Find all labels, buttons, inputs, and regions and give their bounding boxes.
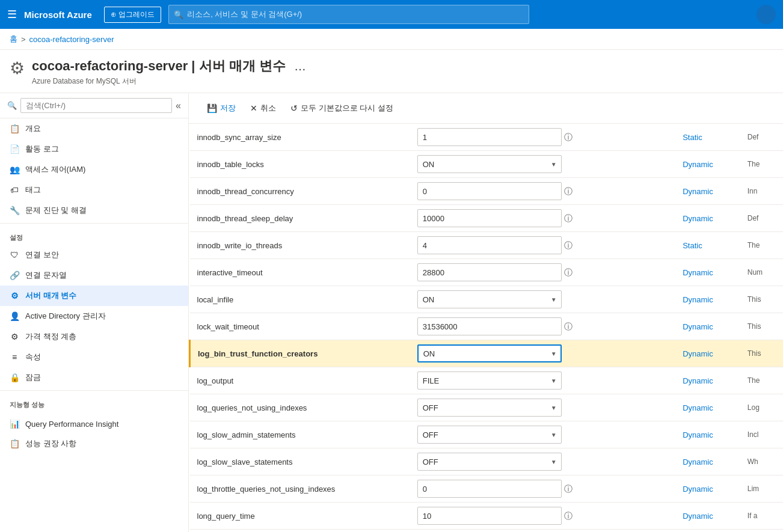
param-type: Static — [675, 124, 740, 151]
breadcrumb-separator: > — [21, 35, 26, 44]
pricing-icon: ⚙ — [10, 332, 19, 341]
param-value-select[interactable]: FILETABLENONE — [417, 371, 562, 390]
parameters-table: innodb_sync_array_sizeⓘStaticDefinnodb_t… — [189, 124, 783, 532]
table-row: log_queries_not_using_indexesONOFF▼Dynam… — [190, 394, 784, 421]
more-options-button[interactable]: … — [294, 60, 306, 73]
param-info-icon[interactable]: ⓘ — [564, 322, 573, 331]
param-name: lower_case_table_names — [190, 530, 410, 533]
sidebar-item-diagnose[interactable]: 🔧 문제 진단 및 해결 — [0, 200, 188, 221]
param-type: Dynamic — [675, 286, 740, 313]
sidebar-item-label: 활동 로그 — [25, 144, 59, 154]
param-value-select[interactable]: ONOFF — [417, 399, 562, 417]
activity-log-icon: 📄 — [10, 144, 19, 154]
param-value-select[interactable]: ONOFF — [417, 155, 562, 173]
search-placeholder-text: 리소스, 서비스 및 문서 검색(G+/) — [187, 9, 302, 20]
sidebar-item-properties[interactable]: ≡ 속성 — [0, 347, 188, 367]
param-info-icon[interactable]: ⓘ — [564, 186, 573, 196]
hamburger-menu[interactable]: ☰ — [7, 8, 17, 21]
param-description: If a — [740, 503, 783, 530]
save-button[interactable]: 💾 저장 — [201, 99, 242, 117]
param-type: Dynamic — [675, 151, 740, 178]
iam-icon: 👥 — [10, 165, 19, 174]
sidebar-item-pricing[interactable]: ⚙ 가격 책정 계층 — [0, 326, 188, 347]
sidebar-item-locks[interactable]: 🔒 잠금 — [0, 367, 188, 388]
cancel-button[interactable]: ✕ 취소 — [244, 99, 282, 117]
param-value-select[interactable]: ONOFF — [417, 290, 562, 308]
param-description: Inn — [740, 178, 783, 205]
sidebar-item-label: 연결 문자열 — [25, 270, 67, 281]
param-info-icon[interactable]: ⓘ — [564, 213, 573, 223]
connection-string-icon: 🔗 — [10, 271, 19, 280]
param-description: This — [740, 286, 783, 313]
intelligent-section-label: 지능형 성능 — [0, 393, 188, 412]
param-name: innodb_thread_concurrency — [190, 178, 410, 205]
table-row: innodb_table_locksONOFF▼DynamicThe — [190, 151, 784, 178]
sidebar-item-active-directory[interactable]: 👤 Active Directory 관리자 — [0, 306, 188, 326]
param-value-select[interactable]: ONOFF — [417, 426, 562, 444]
param-info-icon[interactable]: ⓘ — [564, 511, 573, 521]
perf-recs-icon: 📋 — [10, 439, 19, 448]
table-row: interactive_timeoutⓘDynamicNum — [190, 259, 784, 286]
param-info-icon[interactable]: ⓘ — [564, 240, 573, 250]
param-value-input[interactable] — [417, 182, 562, 200]
server-gear-icon: ⚙ — [10, 58, 25, 78]
param-value-input[interactable] — [417, 263, 562, 281]
param-value-input[interactable] — [417, 317, 562, 335]
param-type: Dynamic — [675, 259, 740, 286]
table-row: innodb_thread_concurrencyⓘDynamicInn — [190, 178, 784, 205]
sidebar-item-overview[interactable]: 📋 개요 — [0, 118, 188, 139]
sidebar-item-activity-log[interactable]: 📄 활동 로그 — [0, 139, 188, 159]
page-subtitle: Azure Database for MySQL 서버 — [32, 76, 306, 87]
tags-icon: 🏷 — [10, 185, 19, 195]
param-value-select[interactable]: ONOFF — [417, 344, 562, 362]
sidebar-item-iam[interactable]: 👥 액세스 제어(IAM) — [0, 159, 188, 180]
param-value-input[interactable] — [417, 209, 562, 227]
param-name: innodb_thread_sleep_delay — [190, 205, 410, 232]
content-area: 💾 저장 ✕ 취소 ↺ 모두 기본값으로 다시 설정 innodb_sync_a… — [189, 93, 783, 532]
param-info-icon[interactable]: ⓘ — [564, 132, 573, 142]
param-info-icon[interactable]: ⓘ — [564, 484, 573, 494]
param-value-select[interactable]: ONOFF — [417, 453, 562, 471]
sidebar-item-tags[interactable]: 🏷 태그 — [0, 180, 188, 200]
sidebar-item-label: 속성 — [25, 352, 41, 362]
table-row: log_throttle_queries_not_using_indexesⓘD… — [190, 475, 784, 503]
param-value-input[interactable] — [417, 128, 562, 146]
table-row: innodb_thread_sleep_delayⓘDynamicDef — [190, 205, 784, 232]
settings-section-label: 설정 — [0, 226, 188, 245]
upgrade-button[interactable]: ⊕ 업그레이드 — [104, 7, 161, 23]
toolbar: 💾 저장 ✕ 취소 ↺ 모두 기본값으로 다시 설정 — [189, 93, 783, 124]
param-value-input[interactable] — [417, 236, 562, 254]
sidebar-item-perf-recs[interactable]: 📋 성능 권장 사항 — [0, 433, 188, 454]
breadcrumb-home[interactable]: 홈 — [10, 34, 17, 44]
query-perf-icon: 📊 — [10, 419, 19, 429]
sidebar-collapse-button[interactable]: « — [176, 100, 181, 111]
param-description: Wh — [740, 448, 783, 475]
table-row: log_outputFILETABLENONE▼DynamicThe — [190, 367, 784, 394]
param-description: Def — [740, 205, 783, 232]
reset-button[interactable]: ↺ 모두 기본값으로 다시 설정 — [284, 99, 399, 117]
table-row: long_query_timeⓘDynamicIf a — [190, 503, 784, 530]
param-description: The — [740, 151, 783, 178]
param-name: innodb_table_locks — [190, 151, 410, 178]
table-row: innodb_write_io_threadsⓘStaticThe — [190, 232, 784, 259]
param-value-input[interactable] — [417, 480, 562, 498]
top-navigation: ☰ Microsoft Azure ⊕ 업그레이드 🔍 리소스, 서비스 및 문… — [0, 0, 783, 29]
breadcrumb-server[interactable]: cocoa-refactoring-server — [29, 35, 114, 44]
param-description: Log — [740, 394, 783, 421]
param-description: If se — [740, 530, 783, 533]
sidebar-item-query-perf[interactable]: 📊 Query Performance Insight — [0, 414, 188, 433]
param-info-icon[interactable]: ⓘ — [564, 268, 573, 277]
sidebar-item-label: 개요 — [25, 123, 41, 134]
param-type: Static — [675, 232, 740, 259]
param-name: lock_wait_timeout — [190, 313, 410, 340]
sidebar-item-connection-security[interactable]: 🛡 연결 보안 — [0, 245, 188, 265]
sidebar-search-input[interactable] — [20, 98, 172, 113]
user-avatar[interactable] — [757, 5, 776, 24]
global-search-bar[interactable]: 🔍 리소스, 서비스 및 문서 검색(G+/) — [168, 5, 529, 24]
param-description: The — [740, 367, 783, 394]
sidebar-item-server-params[interactable]: ⚙ 서버 매개 변수 — [0, 286, 188, 306]
param-type: Dynamic — [675, 313, 740, 340]
locks-icon: 🔒 — [10, 373, 19, 382]
sidebar-item-connection-string[interactable]: 🔗 연결 문자열 — [0, 265, 188, 286]
param-value-input[interactable] — [417, 507, 562, 525]
